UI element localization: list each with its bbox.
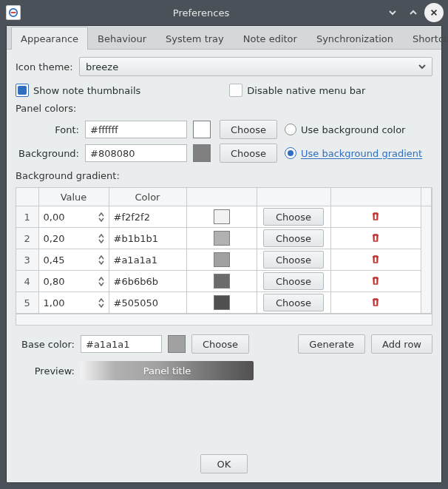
gradient-value-input[interactable] (44, 254, 95, 266)
tab-shortcuts[interactable]: Shortcuts (403, 27, 448, 50)
titlebar: Preferences (0, 0, 448, 25)
value-cell[interactable] (38, 249, 109, 271)
spinner-arrows-icon[interactable] (98, 212, 104, 222)
preview-panel-title: Panel title (143, 365, 191, 377)
gradient-value-input[interactable] (44, 233, 95, 244)
header-swatch[interactable] (186, 188, 257, 206)
row-index[interactable]: 4 (16, 271, 38, 292)
font-color-input[interactable] (85, 121, 187, 138)
window-close-button[interactable] (424, 3, 444, 22)
row-index[interactable]: 1 (16, 206, 38, 228)
tab-behaviour[interactable]: Behaviour (88, 27, 156, 50)
use-background-color-radio[interactable] (285, 124, 296, 135)
gradient-swatch[interactable] (214, 252, 230, 267)
gradient-choose-button[interactable]: Choose (263, 208, 324, 226)
row-index[interactable]: 5 (16, 292, 38, 314)
preferences-window: Preferences Appearance Behaviour System … (0, 0, 448, 489)
gradient-swatch[interactable] (214, 209, 230, 224)
show-thumbnails-checkbox[interactable] (16, 84, 29, 97)
add-row-button[interactable]: Add row (371, 334, 432, 354)
tab-appearance[interactable]: Appearance (11, 27, 88, 50)
header-choose[interactable] (257, 188, 330, 206)
gradient-hex-input[interactable] (114, 297, 182, 308)
dialog-footer: OK (7, 447, 441, 482)
icon-theme-label: Icon theme: (16, 61, 73, 72)
gradient-hex-input[interactable] (114, 212, 182, 223)
gradient-value-input[interactable] (44, 276, 95, 287)
panel-colors-grid: Font: Choose Use background color Backgr… (16, 120, 432, 163)
trash-icon (370, 234, 381, 245)
icon-theme-row: Icon theme: breeze (16, 57, 432, 76)
gradient-choose-button[interactable]: Choose (263, 272, 324, 290)
gradient-swatch[interactable] (214, 274, 230, 289)
checkbox-row: Show note thumbnails Disable native menu… (16, 84, 432, 97)
gradient-choose-button[interactable]: Choose (263, 251, 324, 269)
background-color-swatch[interactable] (193, 144, 211, 162)
table-row: 5Choose (16, 292, 432, 314)
header-scroll (421, 188, 432, 206)
gradient-swatch[interactable] (214, 295, 230, 310)
base-color-input[interactable] (81, 335, 162, 353)
header-value[interactable]: Value (38, 188, 109, 206)
value-cell[interactable] (38, 206, 109, 228)
panel-colors-label: Panel colors: (16, 103, 432, 114)
gradient-table: Value Color 1Choose2Choose3Choose4Choose… (16, 187, 432, 326)
value-cell[interactable] (38, 292, 109, 314)
ok-button[interactable]: OK (200, 454, 248, 473)
delete-cell[interactable] (330, 271, 421, 292)
disable-native-menubar-checkbox[interactable] (229, 84, 242, 97)
delete-cell[interactable] (330, 249, 421, 271)
spinner-arrows-icon[interactable] (98, 234, 104, 243)
gradient-hex-input[interactable] (114, 254, 182, 266)
background-color-input[interactable] (85, 144, 187, 162)
table-row: 1Choose (16, 206, 432, 228)
gradient-choose-button[interactable]: Choose (263, 294, 324, 311)
row-index[interactable]: 2 (16, 228, 38, 249)
table-vscrollbar[interactable] (421, 206, 432, 314)
spinner-arrows-icon[interactable] (98, 298, 104, 308)
gradient-choose-button[interactable]: Choose (263, 229, 324, 247)
color-cell[interactable] (109, 228, 186, 249)
color-cell[interactable] (109, 206, 186, 228)
color-cell[interactable] (109, 249, 186, 271)
preview-panel: Panel title (81, 361, 254, 380)
background-choose-button[interactable]: Choose (220, 144, 277, 163)
disable-native-menubar-label: Disable native menu bar (247, 85, 365, 96)
window-minimize-button[interactable] (383, 3, 402, 22)
tab-synchronization[interactable]: Synchronization (307, 27, 403, 50)
preview-label: Preview: (16, 365, 75, 377)
swatch-cell (186, 249, 257, 271)
gradient-hex-input[interactable] (114, 233, 182, 244)
swatch-cell (186, 292, 257, 314)
value-cell[interactable] (38, 228, 109, 249)
icon-theme-select[interactable]: breeze (79, 57, 432, 76)
table-scrollbar-track[interactable] (16, 314, 432, 325)
delete-cell[interactable] (330, 228, 421, 249)
tab-system-tray[interactable]: System tray (156, 27, 234, 50)
gradient-value-input[interactable] (44, 297, 95, 308)
color-cell[interactable] (109, 292, 186, 314)
trash-icon (370, 277, 381, 288)
delete-cell[interactable] (330, 206, 421, 228)
spinner-arrows-icon[interactable] (98, 277, 104, 286)
chevron-down-icon (418, 63, 426, 70)
window-maximize-button[interactable] (404, 3, 423, 22)
font-color-swatch[interactable] (193, 121, 211, 138)
use-background-gradient-radio[interactable] (285, 147, 296, 159)
gradient-hex-input[interactable] (114, 276, 182, 287)
base-color-swatch[interactable] (168, 335, 186, 353)
color-cell[interactable] (109, 271, 186, 292)
value-cell[interactable] (38, 271, 109, 292)
spinner-arrows-icon[interactable] (98, 255, 104, 265)
delete-cell[interactable] (330, 292, 421, 314)
generate-button[interactable]: Generate (298, 334, 365, 354)
header-delete[interactable] (330, 188, 421, 206)
gradient-swatch[interactable] (214, 231, 230, 246)
tab-note-editor[interactable]: Note editor (234, 27, 307, 50)
font-choose-button[interactable]: Choose (220, 120, 277, 139)
header-color[interactable]: Color (109, 188, 186, 206)
use-background-color-label: Use background color (301, 124, 405, 135)
row-index[interactable]: 3 (16, 249, 38, 271)
gradient-value-input[interactable] (44, 212, 95, 223)
base-color-choose-button[interactable]: Choose (191, 334, 249, 354)
